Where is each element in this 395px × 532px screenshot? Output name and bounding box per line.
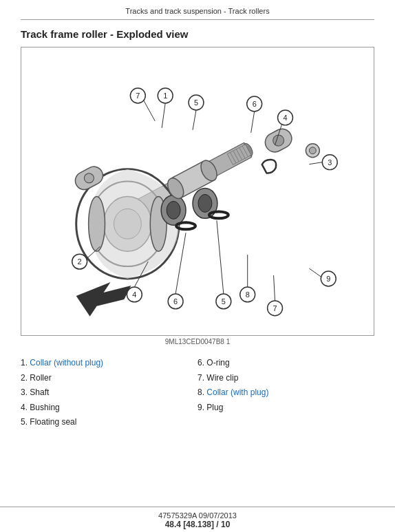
page: Tracks and track suspension - Track roll…	[0, 0, 395, 532]
part-3: 3. Shaft	[21, 385, 198, 401]
svg-text:3: 3	[328, 158, 332, 167]
svg-text:7: 7	[273, 304, 277, 312]
part-1: 1. Collar (without plug)	[21, 356, 198, 371]
parts-col-1: 1. Collar (without plug) 2. Roller 3. Sh…	[21, 356, 198, 430]
part-7: 7. Wire clip	[198, 371, 374, 386]
svg-text:1: 1	[163, 92, 167, 100]
part-4: 4. Bushing	[21, 401, 198, 416]
svg-text:6: 6	[253, 100, 257, 108]
footer-doc-num: 47575329A 09/07/2013	[0, 511, 395, 520]
svg-text:4: 4	[132, 290, 136, 299]
part-2: 2. Roller	[21, 371, 198, 386]
svg-text:7: 7	[136, 92, 140, 100]
svg-text:5: 5	[194, 98, 198, 107]
diagram-label: 9ML13CED0047B8 1	[21, 336, 374, 348]
part-8: 8. Collar (with plug)	[198, 385, 374, 401]
part-6: 6. O-ring	[198, 356, 374, 371]
svg-text:6: 6	[173, 297, 178, 306]
svg-text:5: 5	[222, 297, 226, 306]
header-title: Tracks and track suspension - Track roll…	[125, 7, 269, 15]
svg-text:2: 2	[78, 257, 82, 266]
svg-point-30	[309, 147, 316, 154]
svg-text:4: 4	[283, 114, 287, 122]
svg-text:8: 8	[246, 290, 250, 299]
footer-page-num: 48.4 [48.138] / 10	[0, 520, 395, 529]
part-5: 5. Floating seal	[21, 415, 198, 430]
parts-col-2: 6. O-ring 7. Wire clip 8. Collar (with p…	[198, 356, 374, 430]
page-footer: 47575329A 09/07/2013 48.4 [48.138] / 10	[0, 507, 395, 532]
page-header: Tracks and track suspension - Track roll…	[21, 0, 374, 20]
section-title: Track frame roller - Exploded view	[21, 20, 374, 47]
exploded-view-diagram: 1 7 5 6 4 3 2	[21, 47, 374, 335]
svg-point-19	[198, 194, 212, 212]
svg-point-14	[89, 196, 105, 251]
svg-text:9: 9	[326, 275, 330, 283]
svg-point-17	[167, 201, 180, 219]
diagram-box: 1 7 5 6 4 3 2	[21, 47, 374, 336]
parts-list: 1. Collar (without plug) 2. Roller 3. Sh…	[21, 348, 374, 436]
part-9: 9. Plug	[198, 401, 374, 416]
